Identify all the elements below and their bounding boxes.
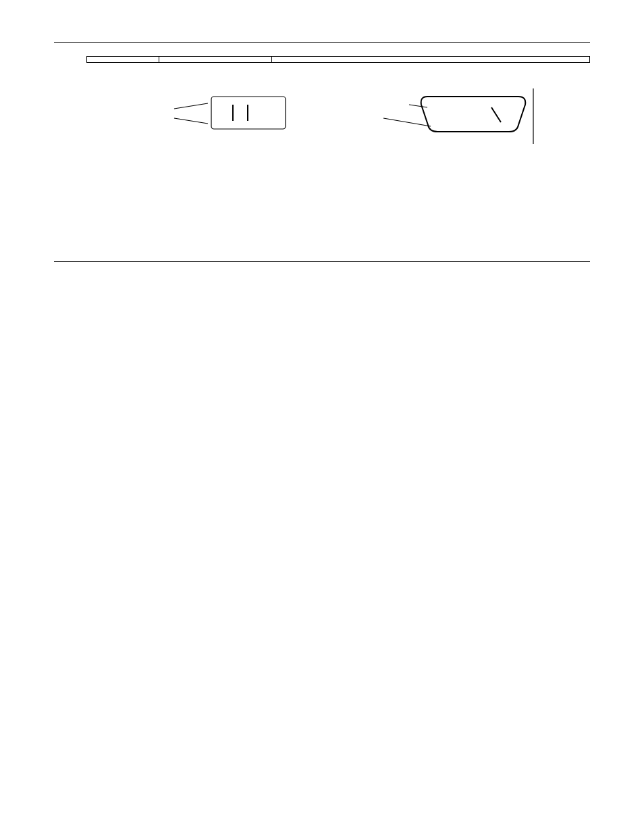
svg-line-7 [491,107,501,122]
oops-jumper-diagram: .lbl { font: bold 13px Arial, Helvetica,… [86,76,559,157]
figure-oops-jumper: .lbl { font: bold 13px Arial, Helvetica,… [86,76,590,160]
gpio-table [86,56,590,63]
th-desc [272,57,590,63]
svg-line-6 [409,105,427,107]
svg-line-1 [174,118,208,124]
th-signal [159,57,272,63]
svg-line-0 [174,103,208,109]
page-footer [54,261,590,266]
th-pin [87,57,159,63]
page-header [54,39,590,43]
table-header-row [87,57,590,63]
svg-line-5 [383,118,431,126]
